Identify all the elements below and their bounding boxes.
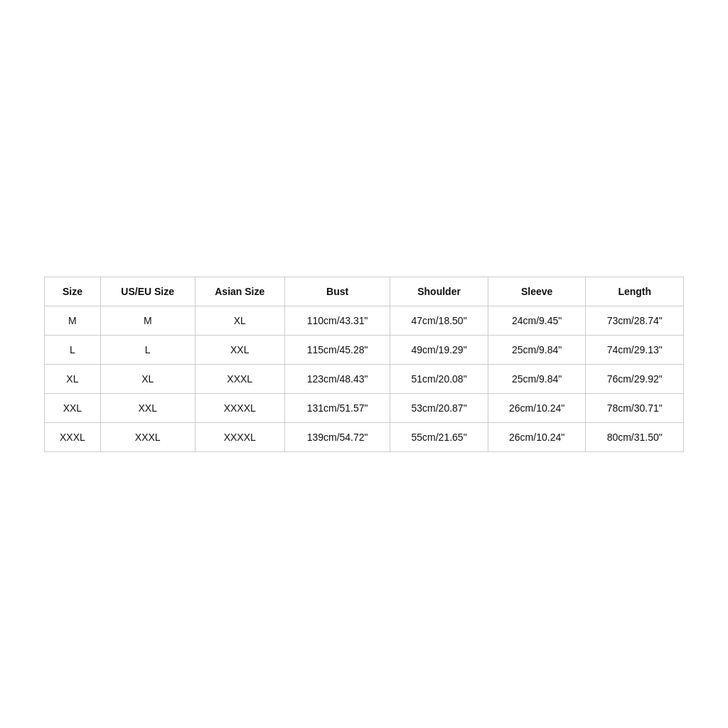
cell-row4-col6: 80cm/31.50": [586, 422, 684, 451]
cell-row4-col5: 26cm/10.24": [488, 422, 586, 451]
cell-row1-col4: 49cm/19.29": [390, 335, 488, 364]
cell-row0-col2: XL: [195, 306, 284, 335]
header-col-6: Length: [586, 277, 684, 306]
cell-row2-col4: 51cm/20.08": [390, 364, 488, 393]
cell-row0-col4: 47cm/18.50": [390, 306, 488, 335]
cell-row2-col1: XL: [100, 364, 195, 393]
cell-row0-col5: 24cm/9.45": [488, 306, 586, 335]
cell-row1-col1: L: [100, 335, 195, 364]
table-row: XXLXXLXXXXL131cm/51.57"53cm/20.87"26cm/1…: [45, 393, 684, 422]
size-chart-wrapper: SizeUS/EU SizeAsian SizeBustShoulderSlee…: [44, 277, 684, 452]
header-col-2: Asian Size: [195, 277, 284, 306]
cell-row0-col6: 73cm/28.74": [586, 306, 684, 335]
cell-row3-col3: 131cm/51.57": [284, 393, 390, 422]
header-col-4: Shoulder: [390, 277, 488, 306]
header-col-1: US/EU Size: [100, 277, 195, 306]
cell-row0-col0: M: [45, 306, 101, 335]
table-row: XLXLXXXL123cm/48.43"51cm/20.08"25cm/9.84…: [45, 364, 684, 393]
cell-row4-col0: XXXL: [45, 422, 101, 451]
cell-row3-col4: 53cm/20.87": [390, 393, 488, 422]
table-body: MMXL110cm/43.31"47cm/18.50"24cm/9.45"73c…: [45, 306, 684, 451]
table-row: LLXXL115cm/45.28"49cm/19.29"25cm/9.84"74…: [45, 335, 684, 364]
cell-row2-col6: 76cm/29.92": [586, 364, 684, 393]
cell-row1-col6: 74cm/29.13": [586, 335, 684, 364]
cell-row1-col5: 25cm/9.84": [488, 335, 586, 364]
cell-row3-col6: 78cm/30.71": [586, 393, 684, 422]
cell-row2-col5: 25cm/9.84": [488, 364, 586, 393]
cell-row4-col1: XXXL: [100, 422, 195, 451]
cell-row2-col2: XXXL: [195, 364, 284, 393]
cell-row2-col3: 123cm/48.43": [284, 364, 390, 393]
cell-row4-col4: 55cm/21.65": [390, 422, 488, 451]
header-col-3: Bust: [284, 277, 390, 306]
cell-row2-col0: XL: [45, 364, 101, 393]
cell-row3-col2: XXXXL: [195, 393, 284, 422]
table-row: XXXLXXXLXXXXL139cm/54.72"55cm/21.65"26cm…: [45, 422, 684, 451]
table-header-row: SizeUS/EU SizeAsian SizeBustShoulderSlee…: [45, 277, 684, 306]
cell-row0-col1: M: [100, 306, 195, 335]
cell-row1-col2: XXL: [195, 335, 284, 364]
cell-row0-col3: 110cm/43.31": [284, 306, 390, 335]
cell-row1-col3: 115cm/45.28": [284, 335, 390, 364]
cell-row4-col3: 139cm/54.72": [284, 422, 390, 451]
cell-row3-col5: 26cm/10.24": [488, 393, 586, 422]
cell-row1-col0: L: [45, 335, 101, 364]
cell-row3-col0: XXL: [45, 393, 101, 422]
header-col-5: Sleeve: [488, 277, 586, 306]
table-row: MMXL110cm/43.31"47cm/18.50"24cm/9.45"73c…: [45, 306, 684, 335]
header-col-0: Size: [45, 277, 101, 306]
cell-row3-col1: XXL: [100, 393, 195, 422]
cell-row4-col2: XXXXL: [195, 422, 284, 451]
size-chart-table: SizeUS/EU SizeAsian SizeBustShoulderSlee…: [44, 277, 684, 452]
